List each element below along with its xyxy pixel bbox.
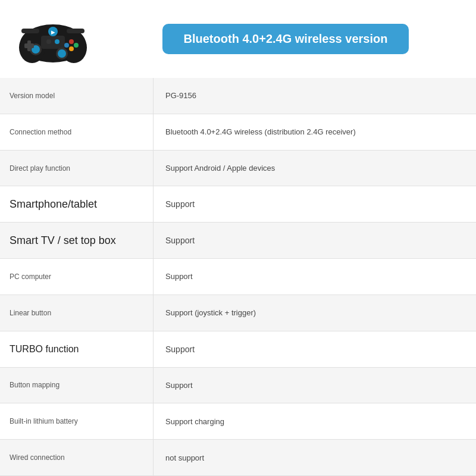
spec-label: PC computer <box>0 259 154 295</box>
spec-label: Smartphone/tablet <box>0 186 154 222</box>
svg-point-16 <box>46 39 51 44</box>
spec-label: Version model <box>0 78 154 114</box>
spec-label: Linear button <box>0 295 154 331</box>
svg-point-14 <box>64 43 69 48</box>
spec-value: Support Android / Apple devices <box>154 151 476 186</box>
svg-point-17 <box>55 39 60 44</box>
svg-point-15 <box>69 46 74 51</box>
spec-value: Support <box>154 259 476 295</box>
spec-label: Direct play function <box>0 151 154 186</box>
spec-value: Bluetooth 4.0+2.4G wireless (distributio… <box>154 114 476 150</box>
controller-image: ▶ <box>14 11 92 67</box>
page-wrapper: ▶ Bluetooth 4.0+2.4G wireless version Ve… <box>0 0 476 476</box>
svg-point-12 <box>69 39 74 44</box>
svg-rect-3 <box>21 29 39 33</box>
table-row: PC computerSupport <box>0 259 476 295</box>
table-row: Button mappingSupport <box>0 368 476 404</box>
table-row: Direct play functionSupport Android / Ap… <box>0 151 476 187</box>
badge-container: Bluetooth 4.0+2.4G wireless version <box>109 24 462 54</box>
spec-value: Support charging <box>154 403 476 439</box>
table-row: Version modelPG-9156 <box>0 78 476 114</box>
svg-text:▶: ▶ <box>51 30 55 35</box>
version-badge: Bluetooth 4.0+2.4G wireless version <box>162 24 409 54</box>
spec-label: TURBO function <box>0 331 154 367</box>
spec-label: Built-in lithium battery <box>0 403 154 439</box>
table-row: TURBO functionSupport <box>0 331 476 368</box>
header: ▶ Bluetooth 4.0+2.4G wireless version <box>0 0 476 78</box>
spec-value: Support (joystick + trigger) <box>154 295 476 331</box>
table-row: Connection methodBluetooth 4.0+2.4G wire… <box>0 114 476 151</box>
spec-label: Wired connection <box>0 440 154 475</box>
spec-value: Support <box>154 331 476 367</box>
spec-value: not support <box>154 440 476 475</box>
svg-rect-4 <box>67 29 84 33</box>
svg-point-9 <box>58 49 66 58</box>
spec-label: Connection method <box>0 114 154 150</box>
spec-table: Version modelPG-9156Connection methodBlu… <box>0 78 476 476</box>
table-row: Smart TV / set top boxSupport <box>0 223 476 259</box>
table-row: Linear buttonSupport (joystick + trigger… <box>0 295 476 331</box>
spec-value: PG-9156 <box>154 78 476 114</box>
spec-value: Support <box>154 186 476 222</box>
svg-rect-11 <box>24 43 34 48</box>
table-row: Built-in lithium batterySupport charging <box>0 403 476 440</box>
svg-rect-5 <box>41 36 65 49</box>
table-row: Smartphone/tabletSupport <box>0 186 476 223</box>
spec-label: Button mapping <box>0 368 154 403</box>
table-row: Wired connectionnot support <box>0 440 476 476</box>
svg-point-13 <box>74 43 79 48</box>
spec-value: Support <box>154 368 476 403</box>
spec-value: Support <box>154 223 476 258</box>
spec-label: Smart TV / set top box <box>0 223 154 258</box>
